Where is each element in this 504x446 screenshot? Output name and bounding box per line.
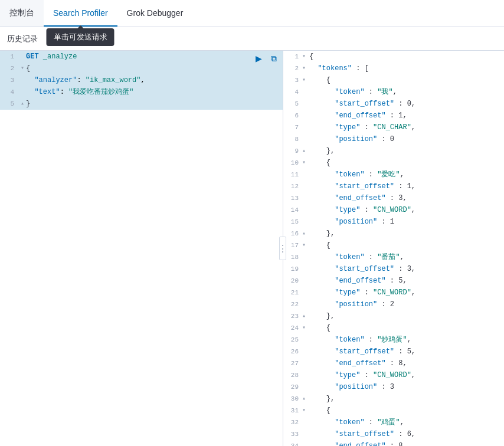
left-code-editor[interactable]: ▶ ⧉ 1 GET _analyze 2 ▾ { 3 "analyzer": "… [0, 51, 283, 446]
copy-button[interactable]: ⧉ [267, 52, 280, 65]
sub-nav-history[interactable]: 历史记录 [7, 34, 38, 44]
tab-grok-debugger[interactable]: Grok Debugger [117, 0, 193, 27]
line-content-1: GET _analyze [26, 51, 283, 63]
r-line-34: 34 "end_offset" : 8, [283, 440, 504, 446]
line-num-3: 3 [0, 74, 19, 86]
r-line-8: 8 "position" : 0 [283, 133, 504, 145]
r-line-22: 22 "position" : 2 [283, 299, 504, 310]
r-line-23: 23 ▴ }, [283, 310, 504, 322]
r-line-32: 32 "token" : "鸡蛋", [283, 417, 504, 428]
line-content-5: } [26, 98, 283, 110]
r-line-27: 27 "end_offset" : 8, [283, 358, 504, 369]
r-line-24: 24 ▾ { [283, 322, 504, 334]
right-panel[interactable]: 1 ▾ { 2 ▾ "tokens" : [ 3 ▾ { 4 "token" :… [283, 51, 504, 446]
r-line-9: 9 ▴ }, [283, 145, 504, 157]
line-content-2: { [26, 63, 283, 74]
editor-line-3: 3 "analyzer": "ik_max_word", [0, 74, 283, 86]
panel-drag-handle[interactable]: ⋮ [279, 237, 286, 260]
run-button[interactable]: ▶ [252, 52, 265, 65]
r-line-19: 19 "start_offset" : 3, [283, 263, 504, 275]
tab-console[interactable]: 控制台 [0, 0, 44, 27]
r-line-10: 10 ▾ { [283, 157, 504, 169]
r-line-31: 31 ▾ { [283, 405, 504, 417]
r-line-33: 33 "start_offset" : 6, [283, 428, 504, 440]
tooltip-send-request: 单击可发送请求 [47, 28, 114, 46]
left-panel: ▶ ⧉ 1 GET _analyze 2 ▾ { 3 "analyzer": "… [0, 51, 283, 446]
r-line-28: 28 "type" : "CN_WORD", [283, 369, 504, 381]
r-line-4: 4 "token" : "我", [283, 86, 504, 98]
line-num-4: 4 [0, 86, 19, 98]
editor-line-4: 4 "text": "我爱吃番茄炒鸡蛋" [0, 86, 283, 98]
editor-line-2: 2 ▾ { [0, 63, 283, 74]
r-line-21: 21 "type" : "CN_WORD", [283, 287, 504, 299]
r-line-18: 18 "token" : "番茄", [283, 251, 504, 263]
r-line-3: 3 ▾ { [283, 74, 504, 86]
main-area: ▶ ⧉ 1 GET _analyze 2 ▾ { 3 "analyzer": "… [0, 51, 504, 446]
r-line-11: 11 "token" : "爱吃", [283, 169, 504, 181]
editor-line-1: 1 GET _analyze [0, 51, 283, 63]
top-nav: 控制台 Search Profiler 单击可发送请求 Grok Debugge… [0, 0, 504, 27]
r-line-1: 1 ▾ { [283, 51, 504, 63]
r-line-15: 15 "position" : 1 [283, 216, 504, 228]
r-line-30: 30 ▴ }, [283, 393, 504, 405]
r-line-20: 20 "end_offset" : 5, [283, 275, 504, 287]
r-line-7: 7 "type" : "CN_CHAR", [283, 122, 504, 133]
r-line-13: 13 "end_offset" : 3, [283, 192, 504, 204]
r-line-6: 6 "end_offset" : 1, [283, 110, 504, 122]
fold-5[interactable]: ▴ [19, 98, 26, 110]
r-line-25: 25 "token" : "炒鸡蛋", [283, 334, 504, 346]
editor-line-5: 5 ▴ } [0, 98, 283, 110]
r-line-26: 26 "start_offset" : 5, [283, 346, 504, 358]
r-line-17: 17 ▾ { [283, 240, 504, 251]
line-num-1: 1 [0, 51, 19, 63]
fold-2[interactable]: ▾ [19, 63, 26, 74]
r-line-14: 14 "type" : "CN_WORD", [283, 204, 504, 216]
line-content-3: "analyzer": "ik_max_word", [26, 74, 283, 86]
r-line-2: 2 ▾ "tokens" : [ [283, 63, 504, 74]
line-num-5: 5 [0, 98, 19, 110]
line-num-2: 2 [0, 63, 19, 74]
line-content-4: "text": "我爱吃番茄炒鸡蛋" [26, 86, 283, 98]
r-line-12: 12 "start_offset" : 1, [283, 181, 504, 192]
r-line-29: 29 "position" : 3 [283, 381, 504, 393]
editor-toolbar: ▶ ⧉ [252, 52, 280, 65]
r-line-16: 16 ▴ }, [283, 228, 504, 240]
r-line-5: 5 "start_offset" : 0, [283, 98, 504, 110]
